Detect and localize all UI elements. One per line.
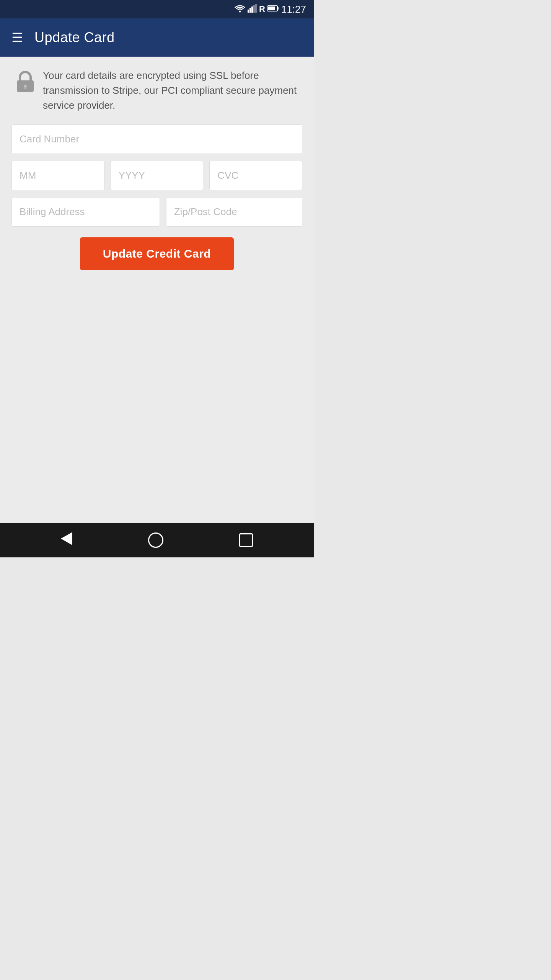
svg-rect-4 (253, 5, 255, 13)
hamburger-menu-icon[interactable]: ☰ (11, 31, 23, 44)
svg-point-0 (239, 10, 241, 12)
svg-rect-3 (251, 7, 253, 13)
cvc-input[interactable] (209, 161, 302, 190)
status-time: 11:27 (281, 3, 306, 15)
status-bar: R 11:27 (0, 0, 314, 18)
address-zip-row (11, 197, 302, 227)
battery-icon (267, 5, 279, 14)
card-number-input[interactable] (11, 124, 302, 154)
month-input[interactable] (11, 161, 104, 190)
svg-rect-11 (24, 87, 26, 89)
payment-form: Update Credit Card (11, 124, 302, 270)
security-notice: Your card details are encrypted using SS… (11, 68, 302, 113)
recent-apps-button[interactable] (239, 533, 253, 547)
content-area: Your card details are encrypted using SS… (0, 57, 314, 523)
status-icons: R 11:27 (235, 3, 306, 15)
svg-rect-5 (255, 4, 257, 13)
roaming-label: R (259, 4, 265, 14)
page-title: Update Card (34, 29, 115, 46)
home-button[interactable] (148, 532, 163, 548)
lock-icon (15, 70, 35, 98)
zip-code-input[interactable] (166, 197, 302, 227)
security-notice-text: Your card details are encrypted using SS… (43, 68, 298, 113)
svg-rect-1 (248, 10, 249, 13)
app-bar: ☰ Update Card (0, 18, 314, 57)
navigation-bar (0, 523, 314, 557)
year-input[interactable] (111, 161, 204, 190)
wifi-icon (235, 4, 245, 15)
expiry-cvc-row (11, 161, 302, 190)
billing-address-input[interactable] (11, 197, 160, 227)
svg-rect-7 (268, 7, 275, 10)
svg-rect-2 (249, 8, 251, 13)
signal-icon (248, 4, 257, 15)
back-button[interactable] (61, 532, 72, 548)
svg-marker-12 (61, 532, 72, 545)
svg-rect-8 (277, 7, 279, 10)
update-credit-card-button[interactable]: Update Credit Card (80, 237, 234, 270)
